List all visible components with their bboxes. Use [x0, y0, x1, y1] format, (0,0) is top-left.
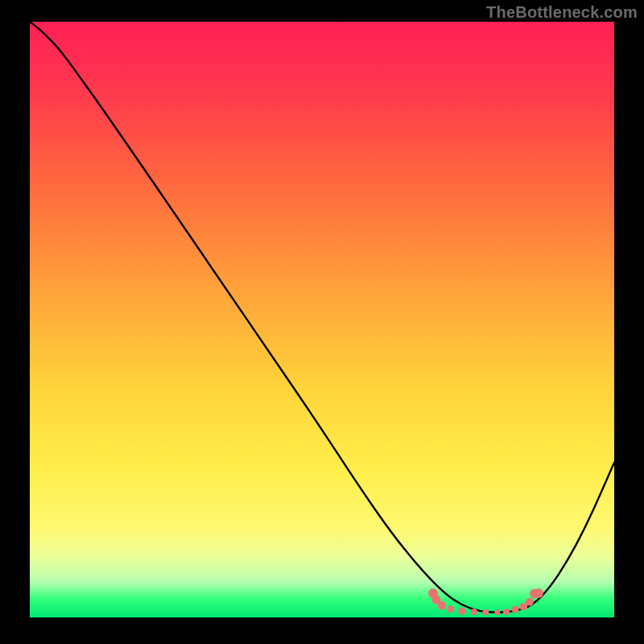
watermark-text: TheBottleneck.com: [486, 3, 638, 22]
gradient-plot-area: [30, 22, 614, 617]
chart-canvas: TheBottleneck.com: [0, 0, 644, 644]
